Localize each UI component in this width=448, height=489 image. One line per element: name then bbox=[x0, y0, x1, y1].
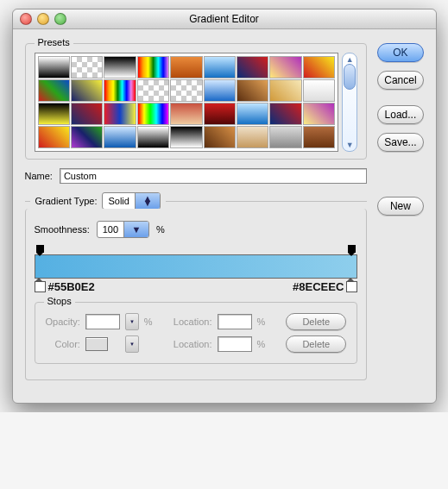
scroll-thumb[interactable] bbox=[344, 64, 356, 90]
color-location-input bbox=[218, 336, 252, 352]
preset-swatch[interactable] bbox=[71, 79, 103, 102]
minimize-icon[interactable] bbox=[37, 13, 49, 25]
preset-swatch[interactable] bbox=[303, 126, 335, 148]
chevron-down-icon: ▼ bbox=[125, 335, 139, 353]
scroll-up-icon[interactable]: ▲ bbox=[346, 55, 354, 64]
preset-swatch[interactable] bbox=[137, 126, 169, 148]
opacity-input bbox=[85, 314, 120, 329]
smoothness-value: 100 bbox=[98, 224, 123, 235]
presets-scrollbar[interactable]: ▲ ▼ bbox=[342, 53, 357, 152]
location-unit-2: % bbox=[257, 339, 266, 349]
gradient-type-label: Gradient Type: bbox=[35, 196, 98, 206]
preset-swatch[interactable] bbox=[269, 126, 301, 148]
titlebar[interactable]: Gradient Editor bbox=[13, 9, 436, 29]
gradient-spec-panel: Smoothness: 100 ▼ % #55B0E2 #8ECEEC bbox=[25, 209, 368, 380]
preset-swatch[interactable] bbox=[38, 103, 70, 125]
color-stop-right[interactable] bbox=[346, 281, 357, 292]
opacity-location-input bbox=[218, 314, 252, 329]
preset-swatch[interactable] bbox=[38, 126, 70, 148]
gradient-type-dropdown[interactable]: Solid ▲▼ bbox=[102, 192, 160, 210]
preset-swatch[interactable] bbox=[104, 103, 136, 125]
preset-swatch[interactable] bbox=[137, 56, 169, 78]
gradient-editor-window: Gradient Editor Presets ▲ ▼ bbox=[12, 9, 437, 404]
preset-swatch[interactable] bbox=[204, 103, 236, 125]
preset-swatch[interactable] bbox=[204, 126, 236, 148]
right-hex: #8ECEEC bbox=[293, 280, 344, 293]
save-button[interactable]: Save... bbox=[377, 133, 423, 152]
preset-swatch[interactable] bbox=[71, 56, 103, 78]
scroll-down-icon[interactable]: ▼ bbox=[346, 141, 354, 149]
preset-swatch[interactable] bbox=[170, 126, 202, 148]
ok-button[interactable]: OK bbox=[377, 43, 423, 62]
preset-swatch[interactable] bbox=[104, 126, 136, 148]
presets-fieldset: Presets ▲ ▼ bbox=[25, 43, 368, 160]
cancel-button[interactable]: Cancel bbox=[377, 71, 423, 90]
stops-label: Stops bbox=[44, 296, 75, 306]
smoothness-label: Smoothness: bbox=[35, 224, 90, 235]
presets-label: Presets bbox=[35, 37, 73, 47]
left-hex: #55B0E2 bbox=[48, 280, 95, 293]
chevron-down-icon: ▼ bbox=[125, 313, 139, 330]
preset-swatch[interactable] bbox=[38, 79, 70, 102]
preset-swatch[interactable] bbox=[237, 56, 268, 78]
preset-swatch[interactable] bbox=[170, 79, 202, 102]
smoothness-unit: % bbox=[156, 224, 165, 235]
preset-swatch[interactable] bbox=[71, 103, 103, 125]
name-input[interactable] bbox=[60, 168, 367, 184]
preset-swatch[interactable] bbox=[303, 103, 335, 125]
preset-swatch[interactable] bbox=[269, 79, 301, 102]
location-label-1: Location: bbox=[174, 317, 212, 327]
preset-swatch[interactable] bbox=[303, 56, 335, 78]
preset-swatch[interactable] bbox=[269, 56, 301, 78]
preset-swatch[interactable] bbox=[237, 79, 268, 102]
zoom-icon[interactable] bbox=[54, 13, 66, 25]
preset-swatch[interactable] bbox=[204, 56, 236, 78]
chevron-updown-icon: ▲▼ bbox=[135, 193, 160, 209]
smoothness-input[interactable]: 100 ▼ bbox=[97, 221, 149, 238]
preset-swatch[interactable] bbox=[104, 79, 136, 102]
preset-swatch[interactable] bbox=[38, 56, 70, 78]
preset-swatch[interactable] bbox=[237, 103, 268, 125]
location-label-2: Location: bbox=[174, 339, 212, 349]
preset-swatch[interactable] bbox=[137, 103, 169, 125]
preset-swatch[interactable] bbox=[237, 126, 268, 148]
preset-swatch[interactable] bbox=[71, 126, 103, 148]
close-icon[interactable] bbox=[20, 13, 32, 25]
opacity-label: Opacity: bbox=[46, 317, 80, 327]
preset-swatch[interactable] bbox=[170, 103, 202, 125]
color-well bbox=[85, 337, 108, 351]
gradient-bar[interactable] bbox=[35, 254, 358, 279]
opacity-stop-left[interactable] bbox=[36, 245, 44, 253]
location-unit-1: % bbox=[257, 317, 266, 327]
name-label: Name: bbox=[25, 171, 53, 181]
presets-grid bbox=[35, 53, 339, 152]
preset-swatch[interactable] bbox=[170, 56, 202, 78]
delete-color-stop-button: Delete bbox=[286, 335, 346, 353]
opacity-unit: % bbox=[144, 317, 168, 327]
preset-swatch[interactable] bbox=[104, 56, 136, 78]
window-controls bbox=[20, 13, 66, 25]
load-button[interactable]: Load... bbox=[377, 105, 423, 124]
delete-opacity-stop-button: Delete bbox=[286, 313, 346, 330]
gradient-type-value: Solid bbox=[103, 196, 134, 206]
preset-swatch[interactable] bbox=[269, 103, 301, 125]
preset-swatch[interactable] bbox=[303, 79, 335, 102]
opacity-stops-track[interactable] bbox=[35, 245, 358, 253]
new-button[interactable]: New bbox=[377, 197, 423, 216]
color-stop-left[interactable] bbox=[35, 281, 46, 292]
color-label: Color: bbox=[46, 339, 80, 349]
chevron-down-icon: ▼ bbox=[123, 222, 148, 237]
preset-swatch[interactable] bbox=[137, 79, 169, 102]
preset-swatch[interactable] bbox=[204, 79, 236, 102]
window-title: Gradient Editor bbox=[13, 13, 436, 25]
stops-fieldset: Stops Opacity: ▼ % Location: % Delete Co… bbox=[35, 302, 358, 364]
dialog-buttons: OK Cancel Load... Save... New bbox=[377, 38, 423, 389]
opacity-stop-right[interactable] bbox=[348, 245, 356, 253]
